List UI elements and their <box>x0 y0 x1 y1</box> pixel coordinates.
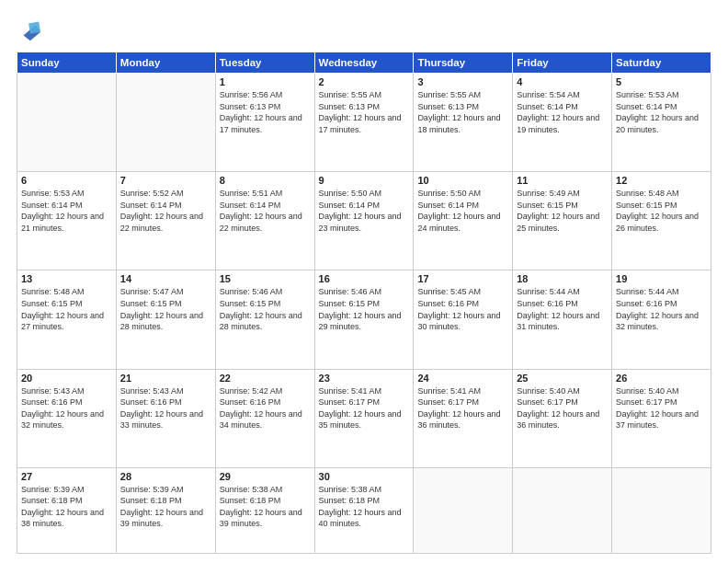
day-number: 22 <box>220 373 311 384</box>
day-number: 5 <box>616 76 707 87</box>
calendar-cell: 26Sunrise: 5:40 AM Sunset: 6:17 PM Dayli… <box>612 369 711 467</box>
day-number: 29 <box>220 471 311 482</box>
day-number: 21 <box>120 373 211 384</box>
day-info: Sunrise: 5:47 AM Sunset: 6:15 PM Dayligh… <box>120 286 211 332</box>
calendar-cell <box>612 467 711 553</box>
weekday-header-sunday: Sunday <box>17 52 117 74</box>
day-number: 17 <box>417 273 508 284</box>
calendar-cell: 30Sunrise: 5:38 AM Sunset: 6:18 PM Dayli… <box>314 467 414 553</box>
calendar-cell: 1Sunrise: 5:56 AM Sunset: 6:13 PM Daylig… <box>215 74 314 172</box>
day-number: 7 <box>120 175 211 186</box>
day-number: 26 <box>616 373 707 384</box>
day-info: Sunrise: 5:44 AM Sunset: 6:16 PM Dayligh… <box>616 286 707 332</box>
day-info: Sunrise: 5:40 AM Sunset: 6:17 PM Dayligh… <box>517 385 608 431</box>
day-info: Sunrise: 5:40 AM Sunset: 6:17 PM Dayligh… <box>616 385 707 431</box>
day-info: Sunrise: 5:39 AM Sunset: 6:18 PM Dayligh… <box>21 484 112 530</box>
logo <box>17 17 46 42</box>
calendar-cell: 29Sunrise: 5:38 AM Sunset: 6:18 PM Dayli… <box>215 467 314 553</box>
day-number: 20 <box>21 373 112 384</box>
day-info: Sunrise: 5:55 AM Sunset: 6:13 PM Dayligh… <box>417 89 508 135</box>
weekday-header-wednesday: Wednesday <box>314 52 414 74</box>
page: SundayMondayTuesdayWednesdayThursdayFrid… <box>0 0 728 563</box>
day-info: Sunrise: 5:50 AM Sunset: 6:14 PM Dayligh… <box>417 188 508 234</box>
day-number: 14 <box>120 273 211 284</box>
day-info: Sunrise: 5:49 AM Sunset: 6:15 PM Dayligh… <box>517 188 608 234</box>
day-info: Sunrise: 5:53 AM Sunset: 6:14 PM Dayligh… <box>616 89 707 135</box>
svg-marker-1 <box>28 22 40 34</box>
day-info: Sunrise: 5:44 AM Sunset: 6:16 PM Dayligh… <box>517 286 608 332</box>
weekday-header-monday: Monday <box>116 52 215 74</box>
day-number: 16 <box>319 273 410 284</box>
calendar-cell: 21Sunrise: 5:43 AM Sunset: 6:16 PM Dayli… <box>116 369 215 467</box>
calendar-cell: 19Sunrise: 5:44 AM Sunset: 6:16 PM Dayli… <box>612 270 711 369</box>
calendar-cell: 18Sunrise: 5:44 AM Sunset: 6:16 PM Dayli… <box>513 270 612 369</box>
calendar-cell: 20Sunrise: 5:43 AM Sunset: 6:16 PM Dayli… <box>17 369 117 467</box>
calendar-cell: 9Sunrise: 5:50 AM Sunset: 6:14 PM Daylig… <box>314 172 414 270</box>
calendar-cell <box>116 74 215 172</box>
header <box>17 17 711 42</box>
day-info: Sunrise: 5:50 AM Sunset: 6:14 PM Dayligh… <box>319 188 410 234</box>
day-info: Sunrise: 5:42 AM Sunset: 6:16 PM Dayligh… <box>220 385 311 431</box>
day-info: Sunrise: 5:48 AM Sunset: 6:15 PM Dayligh… <box>21 286 112 332</box>
day-number: 12 <box>616 175 707 186</box>
weekday-header-saturday: Saturday <box>612 52 711 74</box>
day-number: 23 <box>319 373 410 384</box>
week-row-4: 20Sunrise: 5:43 AM Sunset: 6:16 PM Dayli… <box>17 369 711 467</box>
day-info: Sunrise: 5:46 AM Sunset: 6:15 PM Dayligh… <box>319 286 410 332</box>
day-info: Sunrise: 5:43 AM Sunset: 6:16 PM Dayligh… <box>120 385 211 431</box>
day-number: 8 <box>220 175 311 186</box>
calendar-cell: 27Sunrise: 5:39 AM Sunset: 6:18 PM Dayli… <box>17 467 117 553</box>
day-number: 24 <box>417 373 508 384</box>
day-info: Sunrise: 5:48 AM Sunset: 6:15 PM Dayligh… <box>616 188 707 234</box>
day-info: Sunrise: 5:41 AM Sunset: 6:17 PM Dayligh… <box>417 385 508 431</box>
calendar-cell: 14Sunrise: 5:47 AM Sunset: 6:15 PM Dayli… <box>116 270 215 369</box>
calendar-cell: 7Sunrise: 5:52 AM Sunset: 6:14 PM Daylig… <box>116 172 215 270</box>
calendar-cell: 8Sunrise: 5:51 AM Sunset: 6:14 PM Daylig… <box>215 172 314 270</box>
day-number: 4 <box>517 76 608 87</box>
day-info: Sunrise: 5:46 AM Sunset: 6:15 PM Dayligh… <box>220 286 311 332</box>
day-number: 13 <box>21 273 112 284</box>
calendar-cell: 23Sunrise: 5:41 AM Sunset: 6:17 PM Dayli… <box>314 369 414 467</box>
calendar-cell: 15Sunrise: 5:46 AM Sunset: 6:15 PM Dayli… <box>215 270 314 369</box>
calendar-cell: 16Sunrise: 5:46 AM Sunset: 6:15 PM Dayli… <box>314 270 414 369</box>
day-info: Sunrise: 5:56 AM Sunset: 6:13 PM Dayligh… <box>220 89 311 135</box>
weekday-header-tuesday: Tuesday <box>215 52 314 74</box>
logo-icon <box>17 17 42 42</box>
calendar-cell: 2Sunrise: 5:55 AM Sunset: 6:13 PM Daylig… <box>314 74 414 172</box>
day-number: 18 <box>517 273 608 284</box>
calendar-cell: 12Sunrise: 5:48 AM Sunset: 6:15 PM Dayli… <box>612 172 711 270</box>
day-number: 19 <box>616 273 707 284</box>
calendar-cell: 6Sunrise: 5:53 AM Sunset: 6:14 PM Daylig… <box>17 172 117 270</box>
calendar-cell: 28Sunrise: 5:39 AM Sunset: 6:18 PM Dayli… <box>116 467 215 553</box>
calendar-cell: 17Sunrise: 5:45 AM Sunset: 6:16 PM Dayli… <box>414 270 513 369</box>
day-info: Sunrise: 5:39 AM Sunset: 6:18 PM Dayligh… <box>120 484 211 530</box>
day-number: 3 <box>417 76 508 87</box>
calendar-cell <box>414 467 513 553</box>
week-row-5: 27Sunrise: 5:39 AM Sunset: 6:18 PM Dayli… <box>17 467 711 553</box>
calendar-cell: 4Sunrise: 5:54 AM Sunset: 6:14 PM Daylig… <box>513 74 612 172</box>
day-number: 28 <box>120 471 211 482</box>
calendar-cell: 25Sunrise: 5:40 AM Sunset: 6:17 PM Dayli… <box>513 369 612 467</box>
day-info: Sunrise: 5:53 AM Sunset: 6:14 PM Dayligh… <box>21 188 112 234</box>
day-info: Sunrise: 5:54 AM Sunset: 6:14 PM Dayligh… <box>517 89 608 135</box>
calendar-cell <box>17 74 117 172</box>
calendar-cell <box>513 467 612 553</box>
day-info: Sunrise: 5:45 AM Sunset: 6:16 PM Dayligh… <box>417 286 508 332</box>
calendar: SundayMondayTuesdayWednesdayThursdayFrid… <box>17 52 711 554</box>
day-number: 1 <box>220 76 311 87</box>
calendar-cell: 24Sunrise: 5:41 AM Sunset: 6:17 PM Dayli… <box>414 369 513 467</box>
week-row-3: 13Sunrise: 5:48 AM Sunset: 6:15 PM Dayli… <box>17 270 711 369</box>
week-row-2: 6Sunrise: 5:53 AM Sunset: 6:14 PM Daylig… <box>17 172 711 270</box>
day-number: 25 <box>517 373 608 384</box>
day-number: 6 <box>21 175 112 186</box>
weekday-header-thursday: Thursday <box>414 52 513 74</box>
day-number: 27 <box>21 471 112 482</box>
calendar-cell: 22Sunrise: 5:42 AM Sunset: 6:16 PM Dayli… <box>215 369 314 467</box>
day-number: 15 <box>220 273 311 284</box>
calendar-cell: 3Sunrise: 5:55 AM Sunset: 6:13 PM Daylig… <box>414 74 513 172</box>
calendar-cell: 11Sunrise: 5:49 AM Sunset: 6:15 PM Dayli… <box>513 172 612 270</box>
weekday-header-friday: Friday <box>513 52 612 74</box>
calendar-cell: 5Sunrise: 5:53 AM Sunset: 6:14 PM Daylig… <box>612 74 711 172</box>
day-number: 10 <box>417 175 508 186</box>
day-info: Sunrise: 5:41 AM Sunset: 6:17 PM Dayligh… <box>319 385 410 431</box>
